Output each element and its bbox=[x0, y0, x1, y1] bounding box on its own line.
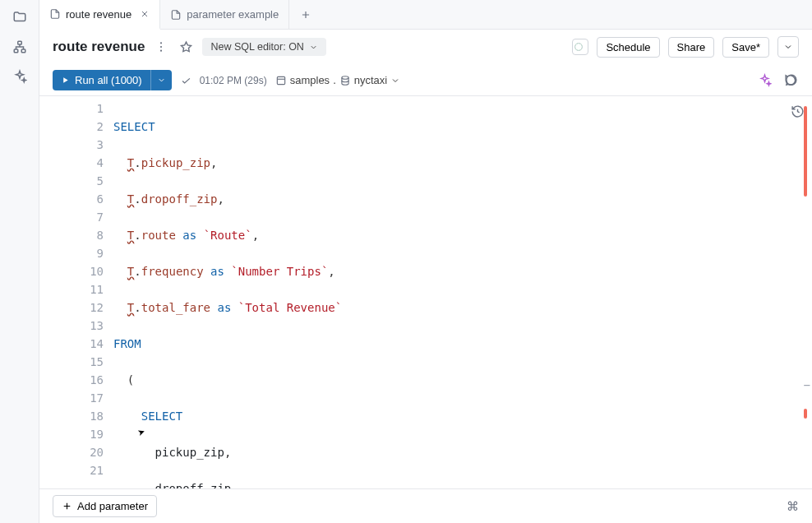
run-dropdown-button[interactable] bbox=[150, 70, 172, 90]
star-icon[interactable] bbox=[178, 39, 194, 55]
catalog-picker[interactable]: samples . nyctaxi bbox=[275, 74, 401, 86]
ai-sparkle-icon[interactable] bbox=[12, 69, 27, 84]
connection-status[interactable] bbox=[572, 39, 588, 55]
query-file-icon bbox=[170, 9, 182, 21]
schema-db-icon bbox=[339, 75, 351, 86]
tab-route-revenue[interactable]: route revenue bbox=[39, 0, 160, 30]
assistant-sparkle-icon[interactable] bbox=[756, 72, 773, 89]
add-parameter-button[interactable]: Add parameter bbox=[53, 495, 157, 517]
new-tab-button[interactable] bbox=[289, 0, 322, 29]
more-menu-icon[interactable] bbox=[153, 39, 169, 55]
save-dropdown-button[interactable] bbox=[777, 36, 799, 58]
fold-marker[interactable]: − bbox=[804, 376, 810, 394]
keyboard-shortcut-icon[interactable]: ⌘ bbox=[787, 499, 799, 514]
run-all-button[interactable]: Run all (1000) bbox=[53, 70, 172, 90]
scrollbar-marker bbox=[804, 409, 807, 419]
scrollbar-marker bbox=[804, 106, 807, 197]
share-button[interactable]: Share bbox=[668, 37, 715, 58]
svg-rect-0 bbox=[17, 41, 21, 44]
schedule-button[interactable]: Schedule bbox=[597, 37, 659, 58]
tabs-bar: route revenue parameter example bbox=[39, 0, 812, 30]
line-number-gutter: 123456789101112131415161718192021 bbox=[39, 96, 113, 488]
footer-bar: Add parameter ⌘ bbox=[39, 488, 812, 523]
comment-icon[interactable] bbox=[782, 72, 799, 89]
svg-point-7 bbox=[342, 76, 348, 79]
sql-editor-toggle[interactable]: New SQL editor: ON bbox=[202, 38, 325, 56]
folder-icon[interactable] bbox=[12, 10, 27, 25]
code-content[interactable]: SELECT T.pickup_zip, T.dropoff_zip, T.ro… bbox=[113, 96, 812, 488]
page-title: route revenue bbox=[53, 39, 145, 55]
schema-name: nyctaxi bbox=[354, 74, 387, 86]
close-icon[interactable] bbox=[140, 9, 150, 19]
svg-rect-1 bbox=[14, 49, 18, 53]
tab-label: parameter example bbox=[187, 8, 279, 21]
toolbar-row: Run all (1000) 01:02 PM (29s) samples . … bbox=[39, 65, 812, 96]
run-timestamp: 01:02 PM (29s) bbox=[200, 75, 267, 86]
catalog-name: samples bbox=[290, 74, 330, 86]
catalog-icon bbox=[275, 75, 287, 86]
check-icon bbox=[180, 75, 191, 86]
svg-point-4 bbox=[160, 46, 162, 48]
main-content: route revenue parameter example route re… bbox=[39, 0, 812, 523]
left-rail bbox=[0, 0, 39, 523]
svg-point-5 bbox=[160, 50, 162, 52]
history-icon[interactable] bbox=[789, 103, 805, 119]
save-button[interactable]: Save* bbox=[722, 37, 769, 58]
schema-icon[interactable] bbox=[12, 39, 27, 54]
tab-parameter-example[interactable]: parameter example bbox=[160, 0, 289, 29]
code-editor[interactable]: 123456789101112131415161718192021 SELECT… bbox=[39, 96, 812, 488]
header-row: route revenue New SQL editor: ON Schedul… bbox=[39, 30, 812, 65]
query-file-icon bbox=[49, 8, 61, 20]
add-parameter-label: Add parameter bbox=[77, 500, 148, 512]
run-label: Run all (1000) bbox=[75, 74, 142, 86]
sql-editor-toggle-label: New SQL editor: ON bbox=[210, 41, 303, 53]
tab-label: route revenue bbox=[66, 8, 131, 21]
svg-rect-2 bbox=[21, 49, 25, 53]
svg-rect-6 bbox=[277, 76, 284, 84]
status-dot-icon bbox=[574, 43, 583, 51]
svg-point-3 bbox=[160, 42, 162, 44]
